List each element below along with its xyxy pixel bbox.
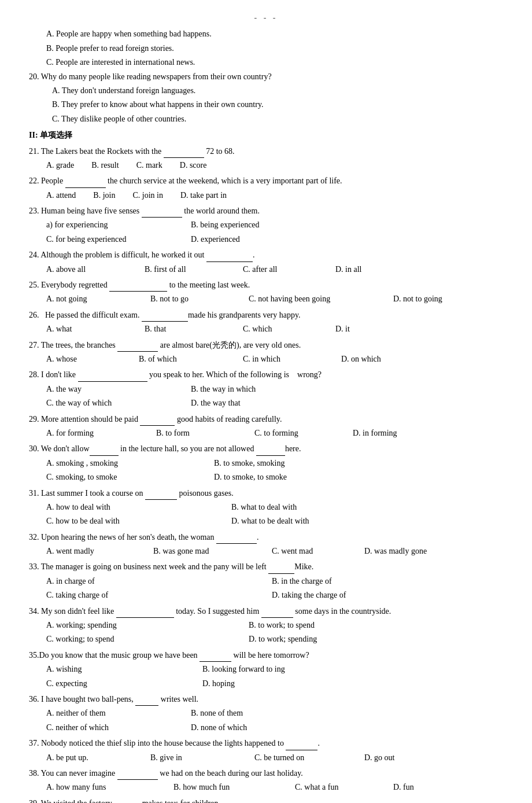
q37-opt-b: B. give in xyxy=(150,752,237,764)
q31-opt-b: B. what to deal with xyxy=(231,501,297,514)
q30-opt-c: C. smoking, to smoke xyxy=(46,471,197,484)
q22-opt-c: C. join in xyxy=(132,189,163,202)
q22-number: 22. xyxy=(29,176,39,185)
question-22: 22. People the church service at the wee… xyxy=(29,174,503,202)
q36-number: 36. xyxy=(29,695,39,703)
q33-number: 33. xyxy=(29,562,39,571)
intro-item-c: C. People are interested in internationa… xyxy=(46,56,503,69)
q29-opt-c: C. to forming xyxy=(254,427,335,440)
q36-opt-a: A. neither of them xyxy=(46,707,173,720)
q23-opt-c: C. for being experienced xyxy=(46,233,173,246)
q28-number: 28. xyxy=(29,370,39,379)
q26-opt-c: C. which xyxy=(243,323,318,336)
q21-opt-d: D. score xyxy=(180,159,207,172)
q21-number: 21. xyxy=(29,147,39,156)
question-25: 25. Everybody regretted to the meeting l… xyxy=(29,278,503,306)
q33-opt-b: B. in the charge of xyxy=(272,575,332,588)
question-30: 30. We don't allow in the lecture hall, … xyxy=(29,442,503,484)
q25-opt-c: C. not having been going xyxy=(249,293,376,305)
q39-number: 39. xyxy=(29,799,39,803)
q22-opt-a: A. attend xyxy=(46,189,76,202)
q20-option-b: B. They prefer to know about what happen… xyxy=(52,98,503,111)
section-2-header: II: 单项选择 xyxy=(29,129,503,142)
q37-opt-d: D. go out xyxy=(364,752,395,764)
question-38: 38. You can never imagine we had on the … xyxy=(29,767,503,794)
q38-opt-a: A. how many funs xyxy=(46,781,156,794)
q20-number: 20. xyxy=(29,72,39,81)
q23-opt-a: a) for experiencing xyxy=(46,219,173,231)
q24-number: 24. xyxy=(29,251,39,259)
q35-opt-a: A. wishing xyxy=(46,663,185,676)
q23-opt-d: D. experienced xyxy=(191,233,240,246)
q31-opt-d: D. what to be dealt with xyxy=(231,515,309,528)
q27-opt-d: D. on which xyxy=(341,353,381,366)
q26-opt-a: A. what xyxy=(46,323,127,336)
q23-number: 23. xyxy=(29,207,39,215)
question-35: 35.Do you know that the music group we h… xyxy=(29,649,503,690)
q34-opt-d: D. to work; spending xyxy=(249,633,317,646)
q38-opt-b: B. how much fun xyxy=(173,781,278,794)
q24-opt-c: C. after all xyxy=(243,263,318,276)
q27-number: 27. xyxy=(29,341,39,349)
q25-opt-a: A. not going xyxy=(46,293,133,305)
question-26: 26. He passed the difficult exam. made h… xyxy=(29,308,503,336)
q25-opt-d: D. not to going xyxy=(393,293,442,305)
q34-opt-c: C. working; to spend xyxy=(46,633,231,646)
question-37: 37. Nobody noticed the thief slip into t… xyxy=(29,736,503,764)
q38-number: 38. xyxy=(29,769,39,778)
q30-number: 30. xyxy=(29,444,39,453)
q32-opt-d: D. was madly gone xyxy=(364,545,427,558)
q25-number: 25. xyxy=(29,281,39,289)
q28-opt-a: A. the way xyxy=(46,383,173,396)
question-24: 24. Although the problem is difficult, h… xyxy=(29,248,503,276)
q32-number: 32. xyxy=(29,533,39,542)
q26-opt-b: B. that xyxy=(145,323,226,336)
intro-item-b: B. People prefer to read foreign stories… xyxy=(46,42,503,55)
question-36: 36. I have bought two ball-pens, writes … xyxy=(29,693,503,734)
q26-opt-d: D. it xyxy=(335,323,350,336)
q20-option-c: C. They dislike people of other countrie… xyxy=(52,113,503,126)
q34-opt-b: B. to work; to spend xyxy=(249,619,315,632)
q27-opt-a: A. whose xyxy=(46,353,121,366)
q21-opt-b: B. result xyxy=(91,159,119,172)
q29-opt-d: D. in forming xyxy=(353,427,397,440)
question-31: 31. Last summer I took a course on poiso… xyxy=(29,487,503,528)
q31-number: 31. xyxy=(29,489,39,498)
q32-opt-c: C. went mad xyxy=(272,545,347,558)
q32-opt-a: A. went madly xyxy=(46,545,136,558)
question-28: 28. I don't like you speak to her. Which… xyxy=(29,368,503,410)
q22-opt-d: D. take part in xyxy=(180,189,227,202)
q27-opt-c: C. in which xyxy=(243,353,324,366)
q34-opt-a: A. working; spending xyxy=(46,619,231,632)
q36-opt-b: B. none of them xyxy=(191,707,243,720)
question-23: 23. Human being have five senses the wor… xyxy=(29,204,503,246)
question-39: 39. We visited the factory makes toys fo… xyxy=(29,797,503,803)
intro-item-a: A. People are happy when something bad h… xyxy=(46,28,503,40)
q29-opt-b: B. to form xyxy=(156,427,237,440)
question-33: 33. The manager is going on business nex… xyxy=(29,560,503,602)
q29-opt-a: A. for forming xyxy=(46,427,139,440)
q21-opt-a: A. grade xyxy=(46,159,74,172)
q30-opt-a: A. smoking , smoking xyxy=(46,457,197,470)
q20-text: Why do many people like reading newspape… xyxy=(41,72,272,81)
q24-opt-d: D. in all xyxy=(335,263,362,276)
page-top-dash: - - - xyxy=(29,12,503,24)
q29-number: 29. xyxy=(29,415,39,423)
q35-opt-b: B. looking forward to ing xyxy=(202,663,285,676)
question-32: 32. Upon hearing the news of her son's d… xyxy=(29,531,503,558)
q32-opt-b: B. was gone mad xyxy=(153,545,254,558)
q36-opt-d: D. none of which xyxy=(191,721,247,734)
q35-number: 35. xyxy=(29,651,39,660)
q33-opt-c: C. taking charge of xyxy=(46,589,254,602)
q30-opt-d: D. to smoke, to smoke xyxy=(214,471,287,484)
q21-opt-c: C. mark xyxy=(136,159,162,172)
q38-opt-d: D. fun xyxy=(393,781,414,794)
q31-opt-a: A. how to deal with xyxy=(46,501,214,514)
q37-opt-a: A. be put up. xyxy=(46,752,133,764)
q28-opt-b: B. the way in which xyxy=(191,383,256,396)
question-27: 27. The trees, the branches are almost b… xyxy=(29,338,503,366)
q34-number: 34. xyxy=(29,607,39,616)
q25-opt-b: B. not to go xyxy=(150,293,231,305)
q28-opt-d: D. the way that xyxy=(191,397,241,410)
question-21: 21. The Lakers beat the Rockets with the… xyxy=(29,145,503,172)
